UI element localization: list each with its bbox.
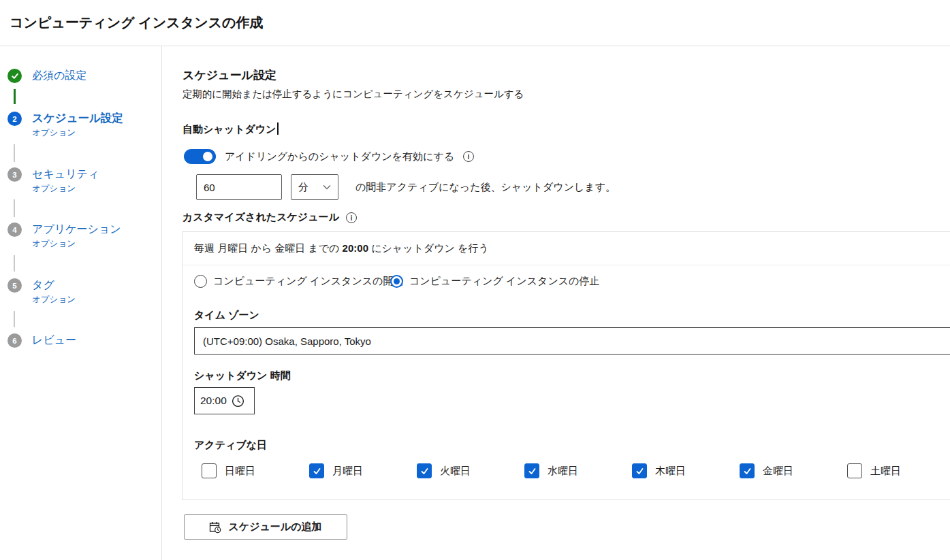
radio-label: コンピューティング インスタンスの開始 (213, 275, 403, 288)
checkbox-icon (202, 463, 217, 478)
day-label: 日曜日 (225, 465, 255, 478)
sidebar-step-schedule-settings[interactable]: 2 スケジュール設定 オプション (7, 111, 123, 139)
page-title: コンピューティング インスタンスの作成 (0, 0, 950, 32)
idle-unit-value: 分 (298, 181, 308, 194)
sidebar-step-application[interactable]: 4 アプリケーション オプション (7, 222, 121, 250)
day-checkbox-saturday[interactable]: 土曜日 (847, 463, 901, 478)
step-label: アプリケーション (32, 222, 121, 236)
day-checkbox-wednesday[interactable]: 水曜日 (524, 463, 578, 478)
timezone-value: (UTC+09:00) Osaka, Sapporo, Tokyo (203, 335, 371, 347)
dialog-header: コンピューティング インスタンスの作成 (0, 0, 950, 46)
checkbox-icon (847, 463, 862, 478)
step-number-indicator: 4 (7, 223, 22, 237)
schedule-card: 毎週 月曜日 から 金曜日 までの 20:00 にシャットダウン を行う コンピ… (182, 231, 950, 500)
idle-minutes-value: 60 (204, 182, 215, 193)
day-label: 土曜日 (870, 465, 901, 478)
day-label: 月曜日 (332, 465, 363, 478)
create-compute-instance-dialog: コンピューティング インスタンスの作成 必須の設定 2 スケジュール設定 オプシ… (0, 0, 950, 560)
radio-start-instance[interactable]: コンピューティング インスタンスの開始 (194, 275, 403, 288)
idle-unit-select[interactable]: 分 (291, 174, 338, 200)
wizard-steps-sidebar: 必須の設定 2 スケジュール設定 オプション 3 セキュリティ オプション 4 … (0, 46, 162, 560)
shutdown-time-label: シャットダウン 時間 (194, 369, 291, 382)
radio-icon (390, 275, 403, 288)
step-sublabel: オプション (32, 238, 121, 250)
step-label: スケジュール設定 (32, 111, 123, 125)
step-sublabel: オプション (32, 183, 99, 195)
info-icon[interactable]: i (346, 212, 357, 223)
day-label: 木曜日 (655, 465, 686, 478)
step-number-indicator: 6 (7, 333, 22, 348)
day-checkbox-sunday[interactable]: 日曜日 (202, 463, 255, 478)
step-connector (14, 89, 16, 104)
step-connector (14, 144, 15, 162)
step-connector (14, 199, 15, 217)
idle-minutes-input[interactable]: 60 (196, 174, 282, 200)
step-connector (14, 311, 15, 327)
schedule-summary-time: 20:00 (343, 242, 368, 254)
custom-schedule-title: カスタマイズされたスケジュール i (183, 211, 357, 224)
idle-suffix-text: の間非アクティブになった後、シャットダウンします。 (355, 181, 616, 194)
day-label: 水曜日 (548, 465, 578, 478)
step-number-indicator: 5 (7, 278, 22, 293)
step-label: レビュー (32, 333, 76, 347)
section-description: 定期的に開始または停止するようにコンピューティングをスケジュールする (183, 88, 524, 101)
check-icon (11, 72, 19, 80)
day-label: 金曜日 (763, 465, 793, 478)
step-done-indicator (7, 69, 22, 83)
step-label: 必須の設定 (32, 68, 86, 82)
radio-label: コンピューティング インスタンスの停止 (409, 275, 599, 288)
sidebar-step-review[interactable]: 6 レビュー (7, 333, 76, 348)
idle-shutdown-toggle[interactable] (184, 149, 216, 164)
add-schedule-button-label: スケジュールの追加 (228, 521, 321, 533)
timezone-label: タイム ゾーン (194, 309, 259, 322)
step-number-indicator: 2 (7, 112, 22, 126)
step-number-indicator: 3 (7, 167, 22, 182)
checkbox-icon (524, 463, 539, 478)
step-connector (14, 255, 15, 271)
info-icon[interactable]: i (463, 151, 474, 162)
section-heading: スケジュール設定 (183, 67, 276, 83)
schedule-summary: 毎週 月曜日 から 金曜日 までの 20:00 にシャットダウン を行う (183, 232, 950, 265)
clock-icon[interactable] (232, 395, 244, 408)
radio-stop-instance[interactable]: コンピューティング インスタンスの停止 (390, 275, 599, 288)
sidebar-step-required-settings[interactable]: 必須の設定 (7, 68, 86, 83)
active-days-label: アクティブな日 (194, 439, 267, 452)
day-checkbox-friday[interactable]: 金曜日 (740, 463, 793, 478)
checkbox-icon (417, 463, 432, 478)
day-label: 火曜日 (440, 465, 471, 478)
timezone-select[interactable]: (UTC+09:00) Osaka, Sapporo, Tokyo (194, 327, 950, 355)
step-label: タグ (32, 278, 76, 292)
shutdown-time-value: 20:00 (200, 395, 227, 407)
auto-shutdown-title: 自動シャットダウン (183, 122, 279, 136)
checkbox-icon (309, 463, 324, 478)
add-schedule-button[interactable]: スケジュールの追加 (184, 514, 347, 540)
step-sublabel: オプション (32, 294, 76, 306)
toggle-knob (203, 152, 212, 161)
radio-icon (194, 275, 207, 288)
text-cursor (277, 122, 279, 135)
day-checkbox-tuesday[interactable]: 火曜日 (417, 463, 471, 478)
step-sublabel: オプション (32, 127, 123, 139)
sidebar-step-security[interactable]: 3 セキュリティ オプション (7, 167, 99, 195)
checkbox-icon (740, 463, 755, 478)
day-checkbox-thursday[interactable]: 木曜日 (632, 463, 686, 478)
shutdown-time-input[interactable]: 20:00 (194, 387, 255, 414)
idle-shutdown-toggle-row: アイドリングからのシャットダウンを有効にする i (184, 149, 474, 164)
chevron-down-icon (323, 184, 331, 190)
sidebar-step-tags[interactable]: 5 タグ オプション (7, 278, 76, 306)
checkbox-icon (632, 463, 647, 478)
step-label: セキュリティ (32, 167, 99, 181)
day-checkbox-monday[interactable]: 月曜日 (309, 463, 363, 478)
calendar-clock-icon (209, 521, 221, 533)
idle-shutdown-toggle-label: アイドリングからのシャットダウンを有効にする (225, 150, 454, 163)
